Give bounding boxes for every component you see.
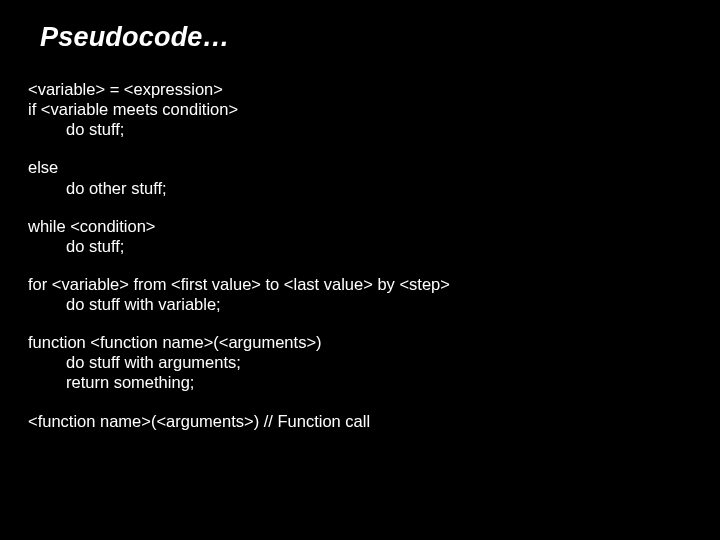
code-line: for <variable> from <first value> to <la… [28, 274, 692, 294]
code-line: else [28, 157, 692, 177]
code-line: do stuff with arguments; [28, 352, 692, 372]
code-line: while <condition> [28, 216, 692, 236]
code-line: function <function name>(<arguments>) [28, 332, 692, 352]
code-line: <function name>(<arguments>) // Function… [28, 411, 692, 431]
code-line: <variable> = <expression> [28, 79, 692, 99]
slide: Pseudocode… <variable> = <expression>if … [0, 0, 720, 540]
code-line: do stuff with variable; [28, 294, 692, 314]
code-block: <variable> = <expression>if <variable me… [28, 79, 692, 139]
code-line: do other stuff; [28, 178, 692, 198]
code-line: if <variable meets condition> [28, 99, 692, 119]
code-line: return something; [28, 372, 692, 392]
code-block: while <condition>do stuff; [28, 216, 692, 256]
code-block: for <variable> from <first value> to <la… [28, 274, 692, 314]
code-line: do stuff; [28, 119, 692, 139]
code-line: do stuff; [28, 236, 692, 256]
code-block: function <function name>(<arguments>)do … [28, 332, 692, 392]
slide-title: Pseudocode… [40, 22, 692, 53]
pseudocode-body: <variable> = <expression>if <variable me… [28, 79, 692, 431]
code-block: elsedo other stuff; [28, 157, 692, 197]
code-block: <function name>(<arguments>) // Function… [28, 411, 692, 431]
